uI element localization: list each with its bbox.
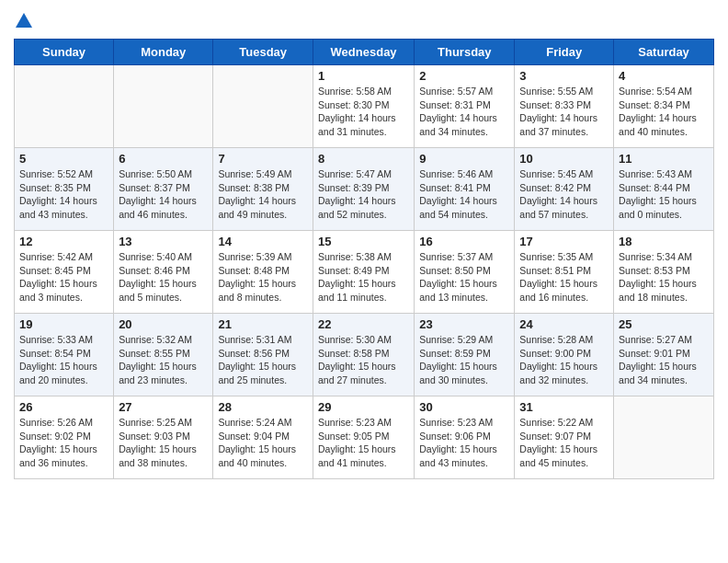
day-number: 7: [218, 152, 308, 166]
day-cell-24: 24Sunrise: 5:28 AM Sunset: 9:00 PM Dayli…: [515, 314, 614, 396]
day-info: Sunrise: 5:22 AM Sunset: 9:07 PM Dayligh…: [519, 416, 609, 470]
day-cell-11: 11Sunrise: 5:43 AM Sunset: 8:44 PM Dayli…: [614, 148, 714, 231]
day-number: 21: [218, 317, 308, 331]
day-number: 13: [119, 235, 208, 248]
day-info: Sunrise: 5:35 AM Sunset: 8:51 PM Dayligh…: [519, 250, 609, 304]
day-info: Sunrise: 5:42 AM Sunset: 8:45 PM Dayligh…: [19, 250, 108, 304]
empty-cell: [213, 65, 313, 148]
day-number: 12: [19, 235, 108, 248]
day-cell-1: 1Sunrise: 5:58 AM Sunset: 8:30 PM Daylig…: [313, 65, 414, 148]
svg-marker-0: [16, 13, 32, 28]
day-header-sunday: Sunday: [15, 40, 114, 65]
day-header-thursday: Thursday: [415, 40, 515, 65]
day-number: 28: [218, 400, 308, 414]
day-info: Sunrise: 5:47 AM Sunset: 8:39 PM Dayligh…: [318, 167, 409, 222]
day-number: 26: [19, 400, 108, 414]
empty-cell: [15, 65, 114, 148]
day-number: 27: [119, 400, 208, 414]
day-info: Sunrise: 5:52 AM Sunset: 8:35 PM Dayligh…: [19, 167, 108, 222]
day-cell-21: 21Sunrise: 5:31 AM Sunset: 8:56 PM Dayli…: [213, 314, 313, 396]
header-row: SundayMondayTuesdayWednesdayThursdayFrid…: [15, 40, 714, 65]
day-info: Sunrise: 5:49 AM Sunset: 8:38 PM Dayligh…: [218, 167, 308, 222]
day-number: 11: [619, 152, 709, 166]
day-number: 8: [318, 152, 409, 166]
logo: [14, 9, 37, 31]
empty-cell: [114, 65, 213, 148]
day-info: Sunrise: 5:50 AM Sunset: 8:37 PM Dayligh…: [119, 167, 208, 222]
day-info: Sunrise: 5:54 AM Sunset: 8:34 PM Dayligh…: [619, 85, 709, 139]
day-number: 29: [318, 400, 409, 414]
day-number: 14: [218, 235, 308, 248]
week-row-1: 1Sunrise: 5:58 AM Sunset: 8:30 PM Daylig…: [15, 65, 714, 148]
day-info: Sunrise: 5:43 AM Sunset: 8:44 PM Dayligh…: [619, 167, 709, 222]
day-cell-4: 4Sunrise: 5:54 AM Sunset: 8:34 PM Daylig…: [614, 65, 714, 148]
day-cell-9: 9Sunrise: 5:46 AM Sunset: 8:41 PM Daylig…: [415, 148, 515, 231]
day-cell-14: 14Sunrise: 5:39 AM Sunset: 8:48 PM Dayli…: [213, 231, 313, 314]
day-number: 25: [619, 317, 709, 331]
day-header-saturday: Saturday: [614, 40, 714, 65]
day-info: Sunrise: 5:31 AM Sunset: 8:56 PM Dayligh…: [218, 333, 308, 387]
day-cell-31: 31Sunrise: 5:22 AM Sunset: 9:07 PM Dayli…: [515, 396, 614, 479]
day-number: 2: [419, 69, 509, 83]
day-info: Sunrise: 5:46 AM Sunset: 8:41 PM Dayligh…: [419, 167, 509, 222]
day-info: Sunrise: 5:23 AM Sunset: 9:05 PM Dayligh…: [318, 416, 409, 470]
day-number: 23: [419, 317, 509, 331]
day-number: 31: [519, 400, 609, 414]
day-number: 5: [19, 152, 108, 166]
week-row-4: 19Sunrise: 5:33 AM Sunset: 8:54 PM Dayli…: [15, 314, 714, 396]
day-cell-22: 22Sunrise: 5:30 AM Sunset: 8:58 PM Dayli…: [313, 314, 414, 396]
day-number: 19: [19, 317, 108, 331]
header: [14, 9, 714, 31]
day-info: Sunrise: 5:25 AM Sunset: 9:03 PM Dayligh…: [119, 416, 208, 470]
day-cell-29: 29Sunrise: 5:23 AM Sunset: 9:05 PM Dayli…: [313, 396, 414, 479]
day-info: Sunrise: 5:33 AM Sunset: 8:54 PM Dayligh…: [19, 333, 108, 387]
week-row-2: 5Sunrise: 5:52 AM Sunset: 8:35 PM Daylig…: [15, 148, 714, 231]
day-cell-23: 23Sunrise: 5:29 AM Sunset: 8:59 PM Dayli…: [415, 314, 515, 396]
day-number: 22: [318, 317, 409, 331]
day-cell-15: 15Sunrise: 5:38 AM Sunset: 8:49 PM Dayli…: [313, 231, 414, 314]
day-number: 1: [318, 69, 409, 83]
day-cell-16: 16Sunrise: 5:37 AM Sunset: 8:50 PM Dayli…: [415, 231, 515, 314]
calendar-table: SundayMondayTuesdayWednesdayThursdayFrid…: [14, 39, 714, 479]
day-cell-13: 13Sunrise: 5:40 AM Sunset: 8:46 PM Dayli…: [114, 231, 213, 314]
day-number: 9: [419, 152, 509, 166]
day-cell-5: 5Sunrise: 5:52 AM Sunset: 8:35 PM Daylig…: [15, 148, 114, 231]
day-info: Sunrise: 5:26 AM Sunset: 9:02 PM Dayligh…: [19, 416, 108, 470]
empty-cell: [614, 396, 714, 479]
day-number: 3: [519, 69, 609, 83]
day-cell-3: 3Sunrise: 5:55 AM Sunset: 8:33 PM Daylig…: [515, 65, 614, 148]
day-info: Sunrise: 5:45 AM Sunset: 8:42 PM Dayligh…: [519, 167, 609, 222]
day-info: Sunrise: 5:28 AM Sunset: 9:00 PM Dayligh…: [519, 333, 609, 387]
day-number: 17: [519, 235, 609, 248]
day-number: 20: [119, 317, 208, 331]
day-header-tuesday: Tuesday: [213, 40, 313, 65]
day-cell-27: 27Sunrise: 5:25 AM Sunset: 9:03 PM Dayli…: [114, 396, 213, 479]
day-info: Sunrise: 5:38 AM Sunset: 8:49 PM Dayligh…: [318, 250, 409, 304]
day-cell-8: 8Sunrise: 5:47 AM Sunset: 8:39 PM Daylig…: [313, 148, 414, 231]
day-info: Sunrise: 5:57 AM Sunset: 8:31 PM Dayligh…: [419, 85, 509, 139]
day-header-friday: Friday: [515, 40, 614, 65]
day-cell-17: 17Sunrise: 5:35 AM Sunset: 8:51 PM Dayli…: [515, 231, 614, 314]
day-cell-12: 12Sunrise: 5:42 AM Sunset: 8:45 PM Dayli…: [15, 231, 114, 314]
day-number: 30: [419, 400, 509, 414]
day-number: 15: [318, 235, 409, 248]
day-number: 16: [419, 235, 509, 248]
day-info: Sunrise: 5:24 AM Sunset: 9:04 PM Dayligh…: [218, 416, 308, 470]
day-info: Sunrise: 5:37 AM Sunset: 8:50 PM Dayligh…: [419, 250, 509, 304]
day-number: 18: [619, 235, 709, 248]
day-info: Sunrise: 5:23 AM Sunset: 9:06 PM Dayligh…: [419, 416, 509, 470]
week-row-5: 26Sunrise: 5:26 AM Sunset: 9:02 PM Dayli…: [15, 396, 714, 479]
day-info: Sunrise: 5:34 AM Sunset: 8:53 PM Dayligh…: [619, 250, 709, 304]
day-cell-28: 28Sunrise: 5:24 AM Sunset: 9:04 PM Dayli…: [213, 396, 313, 479]
day-header-wednesday: Wednesday: [313, 40, 414, 65]
day-info: Sunrise: 5:58 AM Sunset: 8:30 PM Dayligh…: [318, 85, 409, 139]
page: SundayMondayTuesdayWednesdayThursdayFrid…: [0, 0, 728, 488]
day-info: Sunrise: 5:32 AM Sunset: 8:55 PM Dayligh…: [119, 333, 208, 387]
day-cell-6: 6Sunrise: 5:50 AM Sunset: 8:37 PM Daylig…: [114, 148, 213, 231]
day-number: 24: [519, 317, 609, 331]
day-cell-19: 19Sunrise: 5:33 AM Sunset: 8:54 PM Dayli…: [15, 314, 114, 396]
day-number: 10: [519, 152, 609, 166]
day-info: Sunrise: 5:27 AM Sunset: 9:01 PM Dayligh…: [619, 333, 709, 387]
day-number: 4: [619, 69, 709, 83]
day-info: Sunrise: 5:55 AM Sunset: 8:33 PM Dayligh…: [519, 85, 609, 139]
